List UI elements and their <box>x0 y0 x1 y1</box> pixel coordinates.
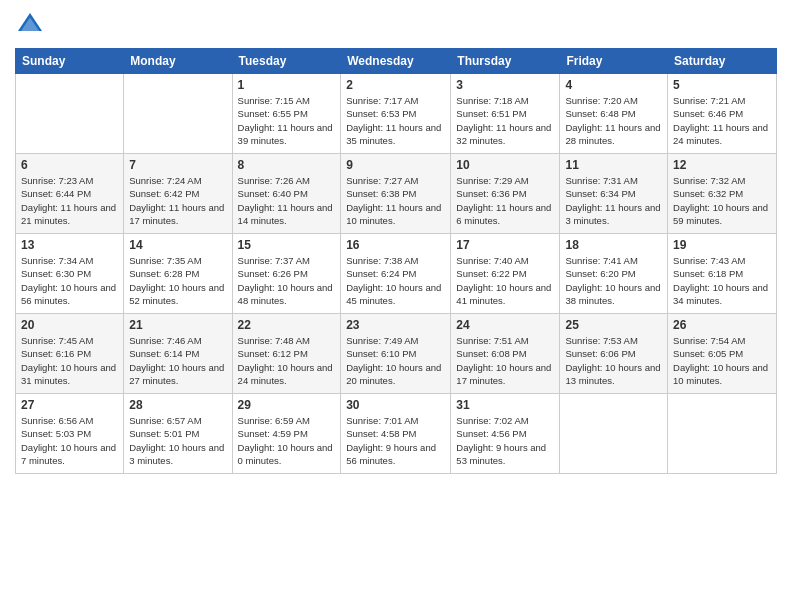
day-cell: 10Sunrise: 7:29 AM Sunset: 6:36 PM Dayli… <box>451 154 560 234</box>
week-row-5: 27Sunrise: 6:56 AM Sunset: 5:03 PM Dayli… <box>16 394 777 474</box>
day-info: Sunrise: 7:41 AM Sunset: 6:20 PM Dayligh… <box>565 254 662 307</box>
day-number: 17 <box>456 238 554 252</box>
day-info: Sunrise: 7:21 AM Sunset: 6:46 PM Dayligh… <box>673 94 771 147</box>
day-cell: 30Sunrise: 7:01 AM Sunset: 4:58 PM Dayli… <box>341 394 451 474</box>
day-cell: 15Sunrise: 7:37 AM Sunset: 6:26 PM Dayli… <box>232 234 341 314</box>
weekday-header-wednesday: Wednesday <box>341 49 451 74</box>
day-info: Sunrise: 7:26 AM Sunset: 6:40 PM Dayligh… <box>238 174 336 227</box>
day-cell: 21Sunrise: 7:46 AM Sunset: 6:14 PM Dayli… <box>124 314 232 394</box>
day-cell: 3Sunrise: 7:18 AM Sunset: 6:51 PM Daylig… <box>451 74 560 154</box>
day-number: 15 <box>238 238 336 252</box>
logo-icon <box>15 10 45 40</box>
day-info: Sunrise: 6:59 AM Sunset: 4:59 PM Dayligh… <box>238 414 336 467</box>
day-cell: 1Sunrise: 7:15 AM Sunset: 6:55 PM Daylig… <box>232 74 341 154</box>
day-cell: 5Sunrise: 7:21 AM Sunset: 6:46 PM Daylig… <box>668 74 777 154</box>
week-row-1: 1Sunrise: 7:15 AM Sunset: 6:55 PM Daylig… <box>16 74 777 154</box>
day-cell <box>560 394 668 474</box>
day-info: Sunrise: 7:01 AM Sunset: 4:58 PM Dayligh… <box>346 414 445 467</box>
day-cell: 13Sunrise: 7:34 AM Sunset: 6:30 PM Dayli… <box>16 234 124 314</box>
day-info: Sunrise: 7:35 AM Sunset: 6:28 PM Dayligh… <box>129 254 226 307</box>
day-cell: 8Sunrise: 7:26 AM Sunset: 6:40 PM Daylig… <box>232 154 341 234</box>
day-number: 21 <box>129 318 226 332</box>
day-info: Sunrise: 7:02 AM Sunset: 4:56 PM Dayligh… <box>456 414 554 467</box>
day-info: Sunrise: 7:49 AM Sunset: 6:10 PM Dayligh… <box>346 334 445 387</box>
day-cell: 28Sunrise: 6:57 AM Sunset: 5:01 PM Dayli… <box>124 394 232 474</box>
day-cell: 22Sunrise: 7:48 AM Sunset: 6:12 PM Dayli… <box>232 314 341 394</box>
day-number: 2 <box>346 78 445 92</box>
day-cell: 17Sunrise: 7:40 AM Sunset: 6:22 PM Dayli… <box>451 234 560 314</box>
day-info: Sunrise: 7:15 AM Sunset: 6:55 PM Dayligh… <box>238 94 336 147</box>
day-info: Sunrise: 7:54 AM Sunset: 6:05 PM Dayligh… <box>673 334 771 387</box>
day-number: 9 <box>346 158 445 172</box>
day-number: 12 <box>673 158 771 172</box>
day-number: 13 <box>21 238 118 252</box>
day-cell <box>668 394 777 474</box>
calendar-page: SundayMondayTuesdayWednesdayThursdayFrid… <box>0 0 792 612</box>
day-info: Sunrise: 7:23 AM Sunset: 6:44 PM Dayligh… <box>21 174 118 227</box>
day-info: Sunrise: 7:31 AM Sunset: 6:34 PM Dayligh… <box>565 174 662 227</box>
day-info: Sunrise: 7:48 AM Sunset: 6:12 PM Dayligh… <box>238 334 336 387</box>
day-info: Sunrise: 7:37 AM Sunset: 6:26 PM Dayligh… <box>238 254 336 307</box>
day-number: 10 <box>456 158 554 172</box>
day-cell: 11Sunrise: 7:31 AM Sunset: 6:34 PM Dayli… <box>560 154 668 234</box>
day-cell: 6Sunrise: 7:23 AM Sunset: 6:44 PM Daylig… <box>16 154 124 234</box>
day-info: Sunrise: 7:18 AM Sunset: 6:51 PM Dayligh… <box>456 94 554 147</box>
weekday-header-saturday: Saturday <box>668 49 777 74</box>
day-number: 6 <box>21 158 118 172</box>
calendar-table: SundayMondayTuesdayWednesdayThursdayFrid… <box>15 48 777 474</box>
day-number: 7 <box>129 158 226 172</box>
day-number: 4 <box>565 78 662 92</box>
day-info: Sunrise: 6:56 AM Sunset: 5:03 PM Dayligh… <box>21 414 118 467</box>
day-info: Sunrise: 7:38 AM Sunset: 6:24 PM Dayligh… <box>346 254 445 307</box>
day-number: 8 <box>238 158 336 172</box>
day-info: Sunrise: 7:24 AM Sunset: 6:42 PM Dayligh… <box>129 174 226 227</box>
day-cell: 19Sunrise: 7:43 AM Sunset: 6:18 PM Dayli… <box>668 234 777 314</box>
day-info: Sunrise: 7:32 AM Sunset: 6:32 PM Dayligh… <box>673 174 771 227</box>
day-info: Sunrise: 7:29 AM Sunset: 6:36 PM Dayligh… <box>456 174 554 227</box>
day-number: 29 <box>238 398 336 412</box>
day-info: Sunrise: 7:43 AM Sunset: 6:18 PM Dayligh… <box>673 254 771 307</box>
day-cell <box>124 74 232 154</box>
day-cell: 27Sunrise: 6:56 AM Sunset: 5:03 PM Dayli… <box>16 394 124 474</box>
day-number: 1 <box>238 78 336 92</box>
day-cell: 20Sunrise: 7:45 AM Sunset: 6:16 PM Dayli… <box>16 314 124 394</box>
day-cell: 26Sunrise: 7:54 AM Sunset: 6:05 PM Dayli… <box>668 314 777 394</box>
day-number: 23 <box>346 318 445 332</box>
day-number: 24 <box>456 318 554 332</box>
day-cell: 31Sunrise: 7:02 AM Sunset: 4:56 PM Dayli… <box>451 394 560 474</box>
day-number: 28 <box>129 398 226 412</box>
day-info: Sunrise: 7:34 AM Sunset: 6:30 PM Dayligh… <box>21 254 118 307</box>
day-info: Sunrise: 7:20 AM Sunset: 6:48 PM Dayligh… <box>565 94 662 147</box>
day-number: 25 <box>565 318 662 332</box>
day-number: 16 <box>346 238 445 252</box>
day-info: Sunrise: 7:45 AM Sunset: 6:16 PM Dayligh… <box>21 334 118 387</box>
weekday-header-thursday: Thursday <box>451 49 560 74</box>
weekday-header-sunday: Sunday <box>16 49 124 74</box>
day-cell: 7Sunrise: 7:24 AM Sunset: 6:42 PM Daylig… <box>124 154 232 234</box>
day-number: 19 <box>673 238 771 252</box>
weekday-header-monday: Monday <box>124 49 232 74</box>
week-row-4: 20Sunrise: 7:45 AM Sunset: 6:16 PM Dayli… <box>16 314 777 394</box>
day-cell: 9Sunrise: 7:27 AM Sunset: 6:38 PM Daylig… <box>341 154 451 234</box>
day-number: 14 <box>129 238 226 252</box>
day-number: 20 <box>21 318 118 332</box>
day-cell <box>16 74 124 154</box>
weekday-header-row: SundayMondayTuesdayWednesdayThursdayFrid… <box>16 49 777 74</box>
day-number: 26 <box>673 318 771 332</box>
day-number: 31 <box>456 398 554 412</box>
day-cell: 18Sunrise: 7:41 AM Sunset: 6:20 PM Dayli… <box>560 234 668 314</box>
day-info: Sunrise: 6:57 AM Sunset: 5:01 PM Dayligh… <box>129 414 226 467</box>
day-info: Sunrise: 7:46 AM Sunset: 6:14 PM Dayligh… <box>129 334 226 387</box>
day-cell: 16Sunrise: 7:38 AM Sunset: 6:24 PM Dayli… <box>341 234 451 314</box>
weekday-header-friday: Friday <box>560 49 668 74</box>
day-info: Sunrise: 7:40 AM Sunset: 6:22 PM Dayligh… <box>456 254 554 307</box>
day-cell: 29Sunrise: 6:59 AM Sunset: 4:59 PM Dayli… <box>232 394 341 474</box>
logo <box>15 10 49 40</box>
day-number: 30 <box>346 398 445 412</box>
day-number: 22 <box>238 318 336 332</box>
day-cell: 14Sunrise: 7:35 AM Sunset: 6:28 PM Dayli… <box>124 234 232 314</box>
day-cell: 24Sunrise: 7:51 AM Sunset: 6:08 PM Dayli… <box>451 314 560 394</box>
weekday-header-tuesday: Tuesday <box>232 49 341 74</box>
day-number: 27 <box>21 398 118 412</box>
day-number: 11 <box>565 158 662 172</box>
